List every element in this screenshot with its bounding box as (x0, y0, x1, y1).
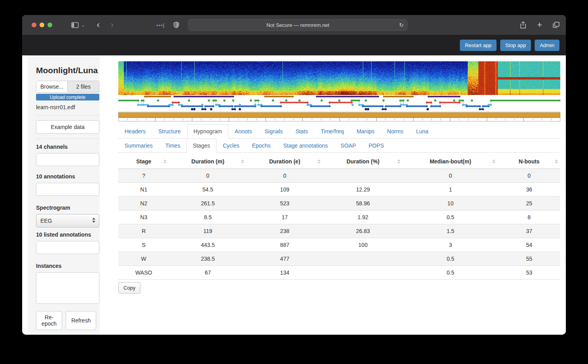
table-cell: 3 (403, 238, 498, 252)
table-cell: 58.96 (323, 197, 403, 210)
tab-summaries[interactable]: Summaries (118, 138, 159, 153)
browser-toolbar: ⌄ ‹ › •••| Not Secure — remnrem.net ↻ + (22, 15, 566, 35)
table-cell: 0.5 (403, 252, 498, 266)
table-cell: W (118, 252, 169, 266)
extension-dots-icon[interactable]: •••| (156, 22, 165, 28)
column-header-duration[interactable]: Duration (%) (323, 154, 403, 169)
table-cell (323, 252, 403, 266)
table-cell: 17 (247, 210, 323, 224)
table-cell: 238.5 (169, 252, 246, 266)
zoom-window-button[interactable] (47, 23, 52, 27)
tab-epochs[interactable]: Epochs (246, 138, 277, 153)
table-cell: 134 (247, 266, 323, 280)
tab-stats[interactable]: Stats (289, 124, 315, 138)
share-icon[interactable] (520, 21, 526, 29)
table-cell: 443.5 (169, 238, 246, 252)
instances-label: Instances (36, 263, 96, 269)
table-cell: S (118, 238, 169, 252)
table-cell: 10 (403, 197, 498, 210)
chevron-down-icon[interactable]: ⌄ (82, 23, 85, 27)
stop-app-button[interactable]: Stop app (500, 40, 531, 51)
secondary-tabs: SummariesTimesStagesCyclesEpochsStage an… (118, 138, 560, 153)
table-cell: 1 (403, 183, 498, 197)
listed-annotations-input[interactable] (36, 241, 99, 254)
file-upload-control[interactable]: Browse... 2 files (36, 81, 99, 93)
table-cell: 0 (498, 169, 560, 183)
example-data-button[interactable]: Example data (36, 120, 99, 134)
copy-button[interactable]: Copy (118, 282, 140, 294)
sidebar-panel: Moonlight/Luna Browse... 2 files Upload … (28, 55, 100, 335)
restart-app-button[interactable]: Restart app (460, 40, 497, 51)
table-cell (323, 266, 403, 280)
column-header-n-bouts[interactable]: N-bouts (498, 154, 560, 169)
column-header-stage[interactable]: Stage (118, 154, 169, 169)
minimize-window-button[interactable] (40, 23, 44, 27)
browse-button[interactable]: Browse... (36, 81, 68, 92)
table-cell: 53 (498, 266, 560, 280)
select-arrows-icon (92, 218, 95, 223)
channels-label: 14 channels (36, 144, 96, 150)
tab-headers[interactable]: Headers (118, 124, 152, 138)
table-cell: 36 (498, 183, 560, 197)
column-header-duration-m[interactable]: Duration (m) (169, 154, 246, 169)
sort-icon[interactable] (397, 159, 400, 163)
admin-button[interactable]: Admin (535, 40, 560, 51)
forward-button[interactable]: › (111, 21, 114, 29)
sort-icon[interactable] (241, 159, 244, 163)
table-row: W238.54770.555 (118, 252, 560, 266)
tab-cycles[interactable]: Cycles (216, 138, 246, 153)
annotations-input[interactable] (36, 183, 99, 196)
sort-icon[interactable] (555, 159, 558, 163)
table-cell: 54 (498, 238, 560, 252)
column-header-duration-e[interactable]: Duration (e) (247, 154, 323, 169)
tab-stage-annotations[interactable]: Stage annotations (277, 138, 334, 153)
close-window-button[interactable] (32, 23, 36, 27)
tab-overview-icon[interactable] (553, 22, 560, 28)
tab-soap[interactable]: SOAP (334, 138, 362, 153)
refresh-button[interactable]: Refresh (66, 311, 96, 330)
sort-icon[interactable] (317, 159, 321, 163)
table-cell: 109 (247, 183, 323, 197)
tab-structure[interactable]: Structure (152, 124, 187, 138)
address-bar[interactable]: Not Secure — remnrem.net ↻ (188, 19, 408, 31)
table-cell: N1 (118, 183, 169, 197)
tab-signals[interactable]: Signals (258, 124, 289, 138)
table-cell: 477 (247, 252, 323, 266)
back-button[interactable]: ‹ (97, 21, 99, 29)
sort-icon[interactable] (163, 159, 167, 163)
table-cell: 0 (247, 169, 323, 183)
table-row: N2261.552358.961025 (118, 197, 560, 210)
tab-annots[interactable]: Annots (228, 124, 258, 138)
new-tab-icon[interactable]: + (537, 20, 542, 30)
table-cell: 0.5 (403, 266, 498, 280)
stage-summary-table: StageDuration (m)Duration (e)Duration (%… (118, 154, 560, 280)
instances-textarea[interactable] (36, 272, 99, 304)
tab-stages[interactable]: Stages (186, 138, 216, 153)
table-row: WASO671340.553 (118, 266, 560, 280)
table-row: S443.5887100354 (118, 238, 560, 252)
tab-norms[interactable]: Norms (381, 124, 410, 138)
address-text: Not Secure — remnrem.net (188, 22, 407, 28)
spectrogram-select[interactable]: EEG (36, 214, 99, 228)
primary-tabs: HeadersStructureHypnogramAnnotsSignalsSt… (118, 124, 560, 138)
table-cell: R (118, 224, 169, 238)
shield-extension-icon[interactable] (173, 21, 179, 28)
divider (36, 115, 99, 116)
tab-hypnogram[interactable]: Hypnogram (187, 124, 228, 138)
table-cell: 8.5 (169, 210, 246, 224)
hypnogram-plot (118, 95, 560, 112)
sidebar-toggle-icon[interactable] (71, 22, 79, 28)
tab-times[interactable]: Times (159, 138, 187, 153)
tab-luna[interactable]: Luna (410, 124, 435, 138)
table-cell: 119 (169, 224, 246, 238)
table-cell: 37 (498, 224, 560, 238)
divider (36, 138, 99, 139)
tab-time-freq[interactable]: Time/freq (315, 124, 351, 138)
channels-input[interactable] (36, 153, 99, 166)
tab-pops[interactable]: POPS (362, 138, 390, 153)
re-epoch-button[interactable]: Re-epoch (36, 311, 62, 330)
sort-icon[interactable] (492, 159, 495, 163)
reload-icon[interactable]: ↻ (399, 22, 404, 28)
column-header-median-bout-m[interactable]: Median-bout(m) (403, 154, 498, 169)
tab-manips[interactable]: Manips (350, 124, 381, 138)
